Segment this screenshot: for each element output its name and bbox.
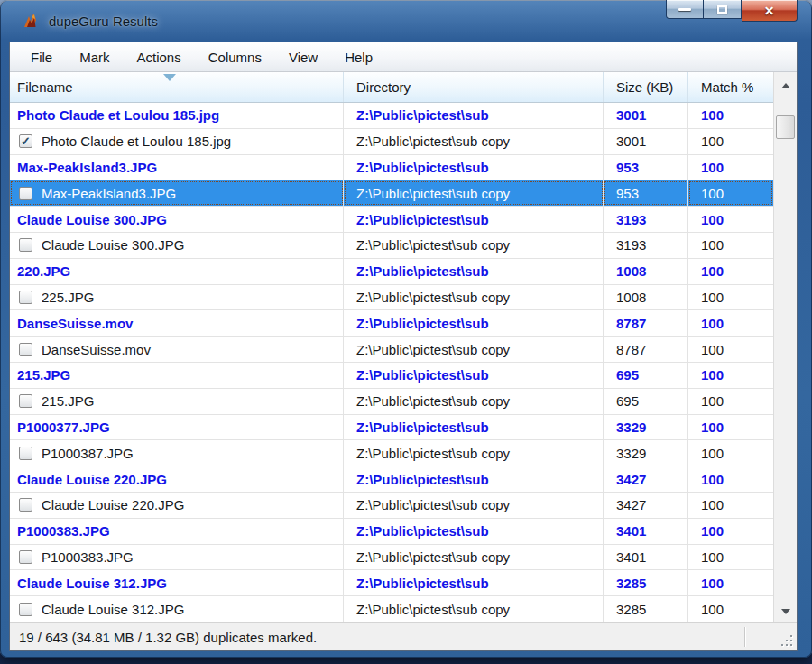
- duplicate-row[interactable]: P1000383.JPGZ:\Public\pictest\sub copy34…: [10, 545, 773, 571]
- scrollbar-thumb[interactable]: [776, 115, 795, 139]
- filename-text: 225.JPG: [42, 290, 94, 305]
- duplicate-row[interactable]: DanseSuisse.movZ:\Public\pictest\sub cop…: [10, 337, 773, 363]
- duplicate-row[interactable]: 215.JPGZ:\Public\pictest\sub copy695100: [10, 389, 773, 415]
- column-header-filename[interactable]: Filename: [10, 72, 344, 102]
- menu-columns[interactable]: Columns: [195, 45, 275, 69]
- column-header-match-label: Match %: [701, 79, 753, 95]
- filename-text: Claude Louise 312.JPG: [42, 602, 184, 617]
- mark-checkbox[interactable]: [19, 187, 32, 200]
- mark-checkbox[interactable]: [19, 394, 32, 408]
- mark-checkbox-checked[interactable]: ✓: [19, 134, 32, 148]
- title-bar[interactable]: dupeGuru Results ✕: [0, 0, 812, 42]
- filename-cell: DanseSuisse.mov: [10, 337, 344, 362]
- vertical-scrollbar[interactable]: [773, 72, 797, 622]
- directory-cell: Z:\Public\pictest\sub copy: [344, 337, 604, 362]
- duplicate-row[interactable]: Max-PeakIsland3.JPGZ:\Public\pictest\sub…: [10, 180, 773, 207]
- reference-row[interactable]: 215.JPGZ:\Public\pictest\sub695100: [10, 363, 773, 389]
- mark-checkbox[interactable]: [19, 343, 32, 356]
- filename-cell: DanseSuisse.mov: [10, 310, 344, 336]
- filename-cell: 220.JPG: [10, 259, 344, 284]
- filename-cell: 225.JPG: [10, 285, 344, 310]
- match-cell: 100: [688, 415, 773, 440]
- duplicate-row[interactable]: Claude Louise 312.JPGZ:\Public\pictest\s…: [10, 596, 773, 622]
- match-cell: 100: [688, 180, 773, 206]
- reference-row[interactable]: Claude Louise 300.JPGZ:\Public\pictest\s…: [10, 207, 773, 233]
- mark-checkbox[interactable]: [19, 447, 32, 460]
- reference-row[interactable]: P1000383.JPGZ:\Public\pictest\sub3401100: [10, 519, 773, 545]
- size-cell: 8787: [604, 310, 688, 336]
- menu-bar: File Mark Actions Columns View Help: [10, 42, 797, 72]
- column-header-size[interactable]: Size (KB): [604, 72, 688, 102]
- scroll-up-button[interactable]: [774, 72, 797, 99]
- resize-grip[interactable]: [780, 633, 792, 646]
- directory-cell: Z:\Public\pictest\sub copy: [344, 233, 604, 258]
- statusbar-divider: [744, 627, 746, 647]
- filename-cell: Claude Louise 300.JPG: [10, 233, 344, 258]
- client-area: File Mark Actions Columns View Help File…: [9, 42, 798, 651]
- reference-row[interactable]: P1000377.JPGZ:\Public\pictest\sub3329100: [10, 415, 773, 441]
- match-cell: 100: [688, 389, 773, 414]
- duplicate-row[interactable]: ✓Photo Claude et Loulou 185.jpgZ:\Public…: [10, 129, 773, 155]
- mark-checkbox[interactable]: [19, 603, 32, 616]
- menu-file[interactable]: File: [17, 45, 66, 69]
- size-cell: 1008: [604, 285, 688, 310]
- reference-row[interactable]: Claude Louise 220.JPGZ:\Public\pictest\s…: [10, 466, 773, 493]
- filename-text: Claude Louise 300.JPG: [42, 237, 184, 253]
- reference-row[interactable]: 220.JPGZ:\Public\pictest\sub1008100: [10, 259, 773, 285]
- reference-row[interactable]: Claude Louise 312.JPGZ:\Public\pictest\s…: [10, 570, 773, 596]
- filename-cell: P1000387.JPG: [10, 440, 344, 466]
- match-cell: 100: [688, 155, 773, 180]
- directory-cell: Z:\Public\pictest\sub: [344, 103, 604, 128]
- reference-row[interactable]: Max-PeakIsland3.JPGZ:\Public\pictest\sub…: [10, 155, 773, 181]
- mark-checkbox[interactable]: [19, 238, 32, 252]
- match-cell: 100: [688, 545, 773, 570]
- dupeguru-results-window: dupeGuru Results ✕ File Mark Actions Col…: [0, 0, 812, 658]
- maximize-button[interactable]: [704, 0, 742, 19]
- mark-checkbox[interactable]: [19, 498, 32, 512]
- maximize-icon: [717, 5, 727, 14]
- close-button[interactable]: ✕: [742, 0, 798, 22]
- filename-cell: P1000377.JPG: [10, 415, 344, 440]
- directory-cell: Z:\Public\pictest\sub copy: [344, 440, 604, 466]
- minimize-button[interactable]: [666, 0, 704, 19]
- column-header-filename-label: Filename: [17, 79, 73, 95]
- reference-row[interactable]: Photo Claude et Loulou 185.jpgZ:\Public\…: [10, 103, 773, 129]
- match-cell: 100: [688, 440, 773, 466]
- column-header-row: Filename Directory Size (KB) Match %: [10, 72, 773, 103]
- menu-mark[interactable]: Mark: [66, 45, 123, 69]
- size-cell: 3001: [604, 103, 688, 128]
- status-bar: 19 / 643 (34.81 MB / 1.32 GB) duplicates…: [10, 622, 797, 650]
- duplicate-row[interactable]: P1000387.JPGZ:\Public\pictest\sub copy33…: [10, 440, 773, 466]
- filename-text: Claude Louise 300.JPG: [17, 212, 167, 227]
- match-cell: 100: [688, 519, 773, 544]
- menu-help[interactable]: Help: [331, 45, 386, 69]
- mark-checkbox[interactable]: [19, 290, 32, 304]
- scroll-down-button[interactable]: [774, 601, 797, 622]
- filename-text: Claude Louise 220.JPG: [17, 472, 167, 487]
- dupeguru-app-icon: [22, 12, 40, 30]
- reference-row[interactable]: DanseSuisse.movZ:\Public\pictest\sub8787…: [10, 310, 773, 337]
- scrollbar-track[interactable]: [774, 99, 797, 601]
- size-cell: 1008: [604, 259, 688, 284]
- menu-actions[interactable]: Actions: [124, 45, 195, 69]
- mark-checkbox[interactable]: [19, 550, 32, 564]
- menu-view[interactable]: View: [275, 45, 331, 69]
- column-header-directory[interactable]: Directory: [344, 72, 604, 102]
- directory-cell: Z:\Public\pictest\sub: [344, 310, 604, 336]
- directory-cell: Z:\Public\pictest\sub: [344, 415, 604, 440]
- scroll-up-icon: [781, 83, 790, 88]
- filename-text: 220.JPG: [17, 263, 70, 279]
- size-cell: 3427: [604, 466, 688, 492]
- duplicate-row[interactable]: Claude Louise 300.JPGZ:\Public\pictest\s…: [10, 233, 773, 259]
- directory-cell: Z:\Public\pictest\sub: [344, 155, 604, 180]
- size-cell: 3427: [604, 493, 688, 518]
- match-cell: 100: [688, 363, 773, 388]
- duplicate-row[interactable]: Claude Louise 220.JPGZ:\Public\pictest\s…: [10, 493, 773, 519]
- directory-cell: Z:\Public\pictest\sub: [344, 570, 604, 595]
- size-cell: 3285: [604, 596, 688, 622]
- filename-text: P1000383.JPG: [17, 523, 110, 539]
- column-header-match[interactable]: Match %: [688, 72, 773, 102]
- filename-text: DanseSuisse.mov: [42, 342, 151, 357]
- size-cell: 953: [604, 155, 688, 180]
- duplicate-row[interactable]: 225.JPGZ:\Public\pictest\sub copy1008100: [10, 285, 773, 311]
